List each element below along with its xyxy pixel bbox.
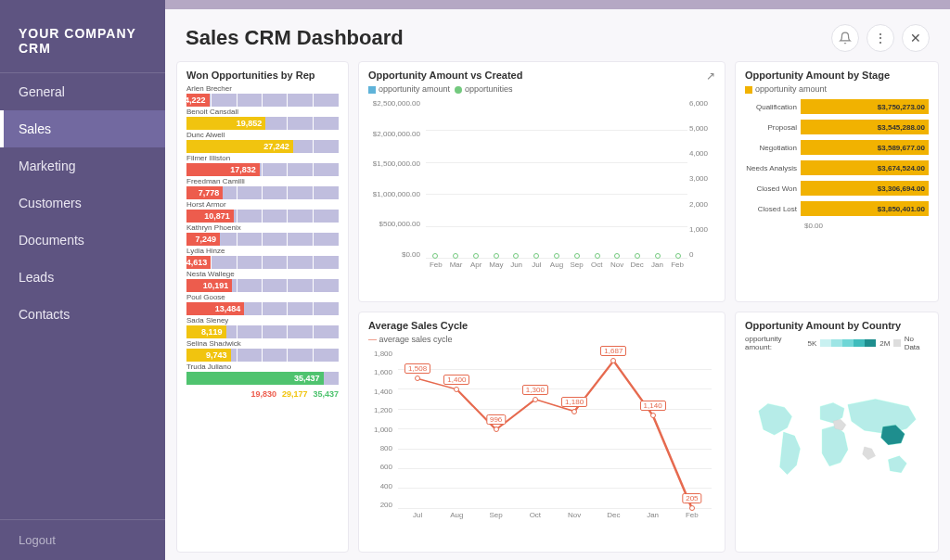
nav: GeneralSalesMarketingCustomersDocumentsL… [0,72,165,519]
card-won-by-rep: Won Opportunities by Rep Arlen Brecher 4… [176,61,349,553]
rep-row: Dunc Alwell 27,242 [186,131,339,153]
popout-icon[interactable]: ↗ [706,70,715,83]
line-chart: 1,8001,6001,4001,2001,000800600400200 1,… [368,350,715,526]
brand-logo: YOUR COMPANY CRM [0,0,165,72]
chart-legend: opportunity amount opportunities [368,84,715,94]
chart-legend: — average sales cycle [368,335,715,344]
close-icon[interactable]: ✕ [902,24,930,52]
logout-link[interactable]: Logout [0,519,165,560]
notifications-icon[interactable] [831,24,859,52]
card-title: Won Opportunities by Rep [186,70,339,81]
card-title: Opportunity Amount by Stage [745,70,929,81]
rep-row: Filmer Illiston 17,832 [186,154,339,176]
card-amount-by-country: Opportunity Amount by Country opportunit… [735,312,939,553]
main: Sales CRM Dashboard ⋮ ✕ Won Opportunitie… [165,0,950,560]
nav-item-sales[interactable]: Sales [0,110,165,147]
card-title: Average Sales Cycle [368,320,715,331]
card-title: Opportunity Amount vs Created [368,70,715,81]
rep-row: Sada Sleney 8,119 [186,316,339,338]
rep-row: Nesta Wallege 10,191 [186,270,339,292]
map-legend: opportunity amount: 5K 2M No Data [745,335,929,351]
world-map [745,355,929,531]
rep-row: Lydia Hinze 4,613 [186,247,339,269]
rep-row: Kathryn Phoenix 7,249 [186,223,339,246]
more-icon[interactable]: ⋮ [867,24,894,52]
rep-row: Benoit Cansdall 19,852 [186,108,339,130]
dashboard-grid: Won Opportunities by Rep Arlen Brecher 4… [165,61,950,560]
chart-legend: opportunity amount [745,84,929,94]
header: Sales CRM Dashboard ⋮ ✕ [165,9,950,61]
topbar-accent [165,0,950,9]
nav-item-contacts[interactable]: Contacts [0,296,165,333]
nav-item-marketing[interactable]: Marketing [0,147,165,185]
rep-row: Truda Juliano 35,437 [186,363,339,385]
page-title: Sales CRM Dashboard [186,26,824,50]
stage-row: Negotiation$3,589,677.00 [745,140,929,155]
stage-row: Qualification$3,750,273.00 [745,99,929,114]
stage-row: Needs Analysis$3,674,524.00 [745,160,929,175]
card-title: Opportunity Amount by Country [745,320,929,331]
stage-row: Proposal$3,545,288.00 [745,120,929,134]
rep-row: Arlen Brecher 4,222 [186,84,339,107]
stage-row: Closed Won$3,306,694.00 [745,181,929,196]
nav-item-customers[interactable]: Customers [0,185,165,222]
nav-item-general[interactable]: General [0,73,165,110]
card-amount-vs-created: Opportunity Amount vs Created ↗ opportun… [358,61,725,302]
nav-item-leads[interactable]: Leads [0,259,165,296]
nav-item-documents[interactable]: Documents [0,222,165,259]
rep-row: Horst Armor 10,871 [186,200,339,223]
stage-row: Closed Lost$3,850,401.00 [745,201,929,216]
card-avg-sales-cycle: Average Sales Cycle — average sales cycl… [358,312,725,553]
combo-chart: $2,500,000.00$2,000,000.00$1,500,000.00$… [368,99,715,275]
sidebar: YOUR COMPANY CRM GeneralSalesMarketingCu… [0,0,165,560]
rep-summary: 19,83029,17735,437 [186,386,339,399]
rep-row: Poul Goose 13,484 [186,293,339,315]
rep-row: Freedman Camilli 7,778 [186,177,339,199]
card-amount-by-stage: Opportunity Amount by Stage opportunity … [735,61,939,302]
rep-row: Selina Shadwick 9,743 [186,339,339,362]
